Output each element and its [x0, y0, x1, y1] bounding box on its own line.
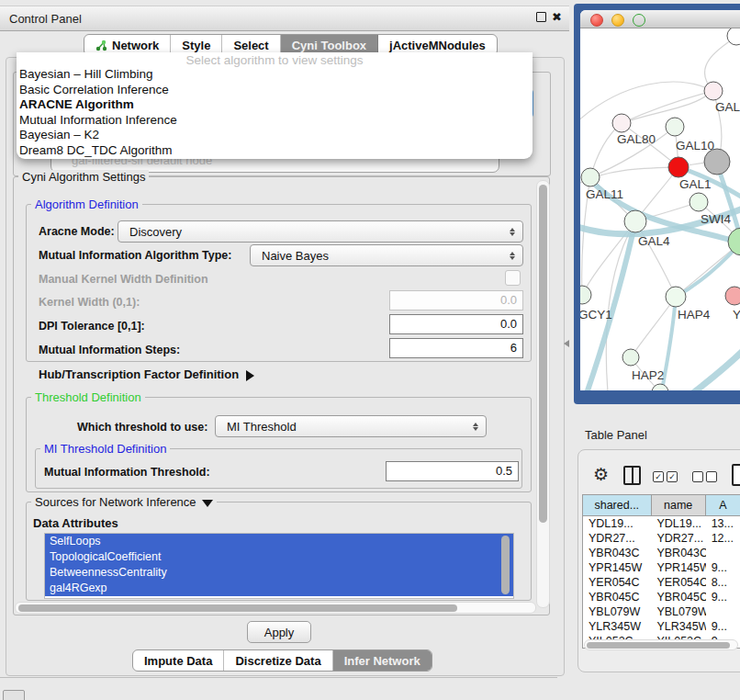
network-edge — [663, 348, 740, 390]
bottom-tab-label: Discretize Data — [235, 654, 320, 668]
bottom-tab-label: Infer Network — [344, 654, 420, 668]
table-row[interactable]: YBR045CYBR045C9... — [583, 590, 740, 604]
table-row[interactable]: YDL19...YDL19...13... — [583, 516, 740, 531]
node-gal4[interactable] — [624, 210, 646, 232]
node-bottom-partial[interactable] — [652, 384, 668, 390]
manual-kernel-checkbox[interactable] — [505, 270, 521, 286]
bottom-tab-impute-data[interactable]: Impute Data — [133, 650, 224, 671]
table-panel-title: Table Panel — [585, 428, 647, 442]
minimized-panel-button[interactable] — [3, 690, 25, 700]
attributes-vscrollbar-thumb[interactable] — [501, 536, 510, 594]
table-row[interactable]: YDR27...YDR27...12... — [583, 531, 740, 546]
checked-checkbox-icon[interactable]: ✓ — [653, 471, 664, 482]
table-cell — [706, 546, 740, 560]
node-gcy1[interactable] — [580, 286, 591, 304]
network-edge — [622, 91, 713, 123]
table-row[interactable]: YPR145WYPR145W9... — [583, 560, 740, 575]
data-attributes-label: Data Attributes — [33, 516, 118, 530]
table-row[interactable]: YLR345WYLR345W9... — [583, 619, 740, 634]
mi-threshold-field[interactable]: 0.5 — [386, 461, 519, 481]
table-cell: YPR145W — [651, 560, 705, 575]
node-salmon[interactable] — [725, 287, 740, 305]
table-column-header[interactable]: name — [652, 495, 706, 515]
checked-checkbox-icon[interactable]: ✓ — [667, 471, 678, 482]
mi-type-label: Mutual Information Algorithm Type: — [39, 249, 231, 262]
attribute-list-item[interactable]: SelfLoops — [45, 534, 513, 549]
unchecked-checkbox-icon[interactable] — [706, 471, 717, 482]
dropdown-item[interactable]: ARACNE Algorithm — [17, 97, 533, 113]
node-swi4[interactable] — [690, 193, 708, 211]
network-window[interactable]: GALGAL80GAL10GAL1GAL11SWI4GAL4GCY1HAP4YH… — [580, 10, 740, 390]
spinner-arrows-icon — [506, 252, 519, 260]
unchecked-checkbox-icon[interactable] — [692, 471, 703, 482]
network-canvas[interactable]: GALGAL80GAL10GAL1GAL11SWI4GAL4GCY1HAP4YH… — [580, 28, 740, 390]
attribute-list-item[interactable]: TopologicalCoefficient — [45, 549, 513, 565]
node-gal10[interactable] — [666, 118, 684, 136]
kernel-width-field[interactable]: 0.0 — [389, 290, 523, 310]
columns-icon[interactable] — [623, 466, 641, 485]
dropdown-item[interactable]: Bayesian – K2 — [17, 128, 533, 143]
table-row[interactable]: YBR043CYBR043C — [583, 546, 740, 560]
which-threshold-combo[interactable]: MI Threshold — [215, 415, 487, 437]
node-hap2[interactable] — [622, 349, 639, 366]
gear-icon[interactable]: ⚙ — [593, 466, 609, 483]
hub-definition-expander[interactable]: Hub/Transcription Factor Definition — [39, 367, 254, 381]
attribute-list-item[interactable]: gal4RGexp — [45, 581, 513, 596]
mi-steps-field[interactable]: 6 — [389, 338, 523, 358]
dropdown-item[interactable]: Dream8 DC_TDC Algorithm — [17, 143, 533, 159]
mac-close-icon[interactable] — [590, 14, 603, 27]
bottom-tab-discretize-data[interactable]: Discretize Data — [224, 650, 332, 671]
algorithm-definition-title: Algorithm Definition — [31, 198, 142, 211]
node-gray[interactable] — [704, 149, 730, 175]
table-column-header[interactable]: shared... — [583, 495, 652, 515]
mi-steps-label: Mutual Information Steps: — [39, 344, 180, 356]
dropdown-item[interactable]: Basic Correlation Inference — [17, 83, 533, 98]
settings-hscrollbar[interactable] — [15, 602, 536, 614]
dropdown-item[interactable]: Bayesian – Hill Climbing — [17, 67, 533, 83]
table-row[interactable]: YBL079WYBL079W — [583, 604, 740, 619]
network-window-titlebar[interactable] — [580, 10, 740, 28]
node-table[interactable]: shared...nameA YDL19...YDL19...13...YDR2… — [582, 494, 740, 649]
table-column-header[interactable]: A — [706, 495, 740, 515]
table-cell: YDR27... — [651, 531, 705, 546]
table-hscrollbar[interactable] — [584, 639, 738, 650]
node-gal-pink[interactable] — [704, 82, 723, 100]
sources-title[interactable]: Sources for Network Inference — [31, 495, 217, 509]
node-red[interactable] — [668, 157, 689, 177]
aracne-mode-label: Aracne Mode: — [39, 225, 115, 238]
table-cell: YDR27... — [583, 531, 651, 546]
table-hscrollbar-thumb[interactable] — [587, 642, 730, 649]
apply-button[interactable]: Apply — [247, 621, 311, 643]
node-top-partial[interactable] — [727, 28, 740, 45]
aracne-mode-combo[interactable]: Discovery — [118, 220, 523, 243]
control-panel-title: Control Panel — [0, 12, 82, 26]
network-node-label: HAP4 — [678, 308, 711, 322]
table-row[interactable]: YER054CYER054C8... — [583, 575, 740, 590]
panel-divider-handle-icon[interactable] — [564, 340, 569, 347]
expander-down-icon[interactable] — [202, 500, 213, 507]
settings-hscrollbar-thumb[interactable] — [18, 604, 457, 612]
algorithm-dropdown[interactable]: Select algorithm to view settings Bayesi… — [17, 52, 533, 159]
bottom-tab-infer-network[interactable]: Infer Network — [333, 650, 432, 671]
table-cell: YBL079W — [651, 604, 705, 619]
node-gal11[interactable] — [581, 168, 600, 186]
attribute-list-item[interactable]: BetweennessCentrality — [45, 565, 513, 581]
expander-right-icon[interactable] — [246, 370, 254, 381]
control-panel-titlebar: Control Panel ✖ — [0, 6, 569, 31]
table-cell: 9... — [706, 560, 740, 575]
dpi-tolerance-field[interactable]: 0.0 — [389, 314, 523, 334]
node-gal80[interactable] — [612, 114, 631, 132]
close-icon[interactable]: ✖ — [552, 11, 562, 23]
mac-zoom-icon[interactable] — [633, 14, 645, 27]
data-attributes-list[interactable]: SelfLoopsTopologicalCoefficientBetweenne… — [44, 533, 514, 599]
mac-minimize-icon[interactable] — [611, 14, 624, 27]
node-hap4[interactable] — [666, 287, 686, 307]
settings-vscrollbar-thumb[interactable] — [539, 185, 547, 523]
float-window-icon[interactable] — [536, 12, 546, 22]
dropdown-item[interactable]: Mutual Information Inference — [17, 113, 533, 129]
table-cell: 9... — [706, 590, 740, 604]
settings-vscrollbar[interactable] — [536, 180, 550, 608]
hub-definition-label: Hub/Transcription Factor Definition — [39, 367, 239, 381]
mi-type-combo[interactable]: Naive Bayes — [250, 244, 523, 266]
document-icon[interactable] — [732, 464, 740, 486]
